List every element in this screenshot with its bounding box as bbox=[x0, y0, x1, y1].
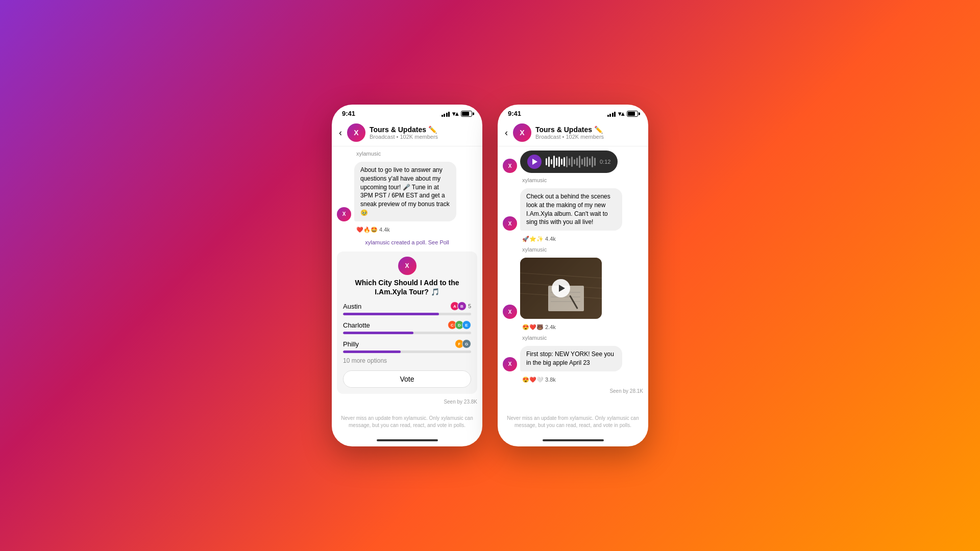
msg-avatar-audio: X bbox=[503, 159, 517, 173]
option-label-philly: Philly bbox=[343, 340, 359, 348]
msg-avatar-r1: X bbox=[503, 216, 517, 231]
audio-duration: 0:12 bbox=[600, 159, 610, 165]
home-indicator-right bbox=[498, 436, 648, 446]
vote-button[interactable]: Vote bbox=[343, 370, 471, 388]
reactions-r2[interactable]: 😍❤️🐻 2.4k bbox=[503, 324, 643, 331]
chat-header-left: ‹ X Tours & Updates ✏️ Broadcast • 102K … bbox=[332, 120, 482, 146]
battery-icon-right bbox=[627, 111, 638, 117]
msg-avatar-r2: X bbox=[503, 305, 517, 319]
channel-avatar-right: X bbox=[513, 123, 531, 142]
play-icon bbox=[532, 159, 537, 165]
waveform bbox=[546, 156, 596, 168]
poll-card: X Which City Should I Add to the I.Am.Xy… bbox=[337, 252, 477, 394]
message-row-1: X About to go live to answer any questio… bbox=[337, 162, 477, 221]
vote-count-austin: 5 bbox=[468, 303, 471, 309]
poll-question: Which City Should I Add to the I.Am.Xyla… bbox=[337, 275, 477, 302]
channel-title-left: Tours & Updates ✏️ bbox=[370, 126, 476, 134]
channel-subtitle-right: Broadcast • 102K members bbox=[535, 134, 642, 140]
seen-count-left: Seen by 23.8K bbox=[337, 398, 477, 406]
see-poll-link[interactable]: See Poll bbox=[428, 239, 449, 245]
poll-option-philly[interactable]: Philly F G bbox=[343, 339, 471, 353]
progress-fill-charlotte bbox=[343, 332, 413, 334]
text-r2: First stop: NEW YORK! See you in the big… bbox=[526, 350, 614, 366]
poll-option-charlotte[interactable]: Charlotte C D E bbox=[343, 320, 471, 334]
status-icons-left: ▾▴ bbox=[442, 110, 473, 117]
header-info-left: Tours & Updates ✏️ Broadcast • 102K memb… bbox=[370, 126, 476, 140]
sender-name-r1: xylamusic bbox=[503, 177, 643, 183]
channel-avatar-left: X bbox=[347, 123, 365, 142]
home-bar bbox=[377, 439, 438, 441]
back-button-right[interactable]: ‹ bbox=[504, 127, 509, 139]
audio-bubble[interactable]: 0:12 bbox=[520, 151, 618, 173]
bottom-notice-left: Never miss an update from xylamusic. Onl… bbox=[332, 412, 482, 436]
text-bubble-r1: Check out a behind the scenes look at th… bbox=[520, 188, 622, 231]
poll-avatar: X bbox=[398, 257, 416, 275]
status-bar-left: 9:41 ▾▴ bbox=[332, 105, 482, 120]
progress-bg-philly bbox=[343, 350, 471, 353]
signal-icon-right bbox=[607, 111, 616, 117]
video-play-icon bbox=[559, 285, 565, 292]
progress-bg-charlotte bbox=[343, 332, 471, 334]
chat-header-right: ‹ X Tours & Updates ✏️ Broadcast • 102K … bbox=[498, 120, 648, 146]
chat-area-left: xylamusic X About to go live to answer a… bbox=[332, 146, 482, 412]
home-bar-right bbox=[543, 439, 604, 441]
status-icons-right: ▾▴ bbox=[607, 110, 639, 117]
voter-avatar: B bbox=[457, 302, 467, 311]
video-thumbnail[interactable] bbox=[520, 258, 602, 319]
msg-avatar-r3: X bbox=[503, 357, 517, 371]
sender-name-1: xylamusic bbox=[337, 151, 477, 157]
seen-count-right: Seen by 28.1K bbox=[503, 387, 643, 395]
wifi-icon: ▾▴ bbox=[452, 110, 458, 117]
time-left: 9:41 bbox=[342, 110, 355, 117]
poll-notice: xylamusic created a poll. See Poll bbox=[337, 239, 477, 245]
play-button[interactable] bbox=[527, 155, 542, 169]
poll-option-austin[interactable]: Austin A B 5 bbox=[343, 302, 471, 315]
status-bar-right: 9:41 ▾▴ bbox=[498, 105, 648, 120]
option-label-austin: Austin bbox=[343, 303, 361, 310]
phone-right: 9:41 ▾▴ ‹ X Tours & Updates ✏️ Broad bbox=[498, 105, 648, 446]
text-message-row-1: X Check out a behind the scenes look at … bbox=[503, 188, 643, 231]
home-indicator-left bbox=[332, 436, 482, 446]
header-info-right: Tours & Updates ✏️ Broadcast • 102K memb… bbox=[535, 126, 642, 140]
message-text-1: About to go live to answer any questions… bbox=[360, 166, 450, 216]
option-label-charlotte: Charlotte bbox=[343, 321, 370, 329]
progress-fill-austin bbox=[343, 313, 439, 315]
option-voters-charlotte: C D E bbox=[448, 320, 471, 330]
poll-creator-avatar: X bbox=[337, 252, 477, 275]
option-voters-austin: A B 5 bbox=[450, 302, 471, 311]
poll-options: Austin A B 5 bbox=[337, 302, 477, 353]
voter-avatar: E bbox=[462, 320, 471, 330]
text-bubble-r2: First stop: NEW YORK! See you in the big… bbox=[520, 346, 622, 371]
reactions-r3[interactable]: 😍❤️🤍 3.8k bbox=[503, 377, 643, 383]
voter-avatar: G bbox=[462, 339, 471, 348]
msg-avatar-1: X bbox=[337, 207, 351, 221]
channel-subtitle-left: Broadcast • 102K members bbox=[370, 134, 476, 140]
text-r1: Check out a behind the scenes look at th… bbox=[526, 193, 610, 226]
time-right: 9:41 bbox=[508, 110, 521, 117]
back-button[interactable]: ‹ bbox=[338, 127, 343, 139]
reactions-1[interactable]: ❤️🔥🤩 4.4k bbox=[337, 227, 477, 233]
audio-message-row: X bbox=[503, 151, 643, 173]
option-voters-philly: F G bbox=[455, 339, 471, 348]
sender-name-r3: xylamusic bbox=[503, 335, 643, 341]
phones-container: 9:41 ▾▴ ‹ X Tours & Updates ✏️ Broad bbox=[332, 105, 648, 446]
reactions-r1[interactable]: 🚀⭐✨ 4.4k bbox=[503, 236, 643, 242]
chat-area-right: X bbox=[498, 146, 648, 412]
progress-bg-austin bbox=[343, 313, 471, 315]
message-bubble-1: About to go live to answer any questions… bbox=[354, 162, 456, 221]
poll-notice-text: xylamusic created a poll. bbox=[365, 239, 428, 245]
video-message-row: X bbox=[503, 258, 643, 319]
text-message-row-2: X First stop: NEW YORK! See you in the b… bbox=[503, 346, 643, 371]
reaction-count-1: 4.4k bbox=[379, 227, 390, 233]
wifi-icon-right: ▾▴ bbox=[618, 110, 624, 117]
sender-name-r2: xylamusic bbox=[503, 246, 643, 253]
video-play-button[interactable] bbox=[552, 279, 570, 297]
signal-icon bbox=[442, 111, 450, 117]
bottom-notice-right: Never miss an update from xylamusic. Onl… bbox=[498, 412, 648, 436]
more-options[interactable]: 10 more options bbox=[337, 353, 477, 366]
battery-icon bbox=[461, 111, 472, 117]
progress-fill-philly bbox=[343, 350, 401, 353]
phone-left: 9:41 ▾▴ ‹ X Tours & Updates ✏️ Broad bbox=[332, 105, 482, 446]
channel-title-right: Tours & Updates ✏️ bbox=[535, 126, 642, 134]
